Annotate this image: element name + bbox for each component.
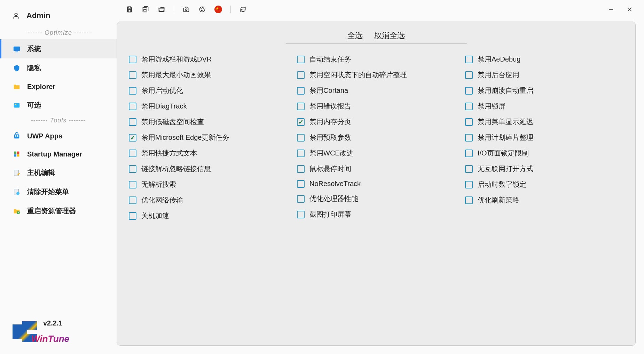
checkbox-option[interactable]: 无解析搜索 (127, 177, 289, 192)
svg-rect-2 (15, 51, 18, 52)
svg-point-21 (201, 9, 202, 9)
svg-rect-1 (14, 46, 20, 51)
checkbox-label: 禁用菜单显示延迟 (478, 117, 533, 127)
nav-label: Explorer (27, 83, 55, 91)
checkbox-label: 禁用内存分页 (309, 117, 351, 127)
checkbox-icon (129, 134, 136, 142)
checkbox-option[interactable]: 禁用崩溃自动重启 (464, 83, 625, 98)
checkbox-label: 禁用后台应用 (478, 70, 519, 80)
checkbox-option[interactable]: NoResolveTrack (296, 177, 457, 191)
svg-rect-19 (184, 8, 189, 12)
save-button[interactable] (123, 3, 136, 16)
checkbox-option[interactable]: 禁用启动优化 (127, 83, 289, 98)
checkbox-icon (297, 56, 305, 63)
nav-optional[interactable]: 可选 (0, 96, 117, 115)
checkbox-icon (465, 71, 473, 79)
nav-uwp[interactable]: UWP Apps (0, 127, 117, 145)
checkbox-icon (465, 181, 473, 188)
checkbox-option[interactable]: 链接解析忽略链接信息 (127, 161, 289, 177)
svg-rect-6 (15, 135, 16, 137)
checkbox-icon (129, 56, 136, 63)
checkbox-icon (465, 103, 473, 110)
checkbox-option[interactable]: 优化网络传输 (127, 192, 289, 208)
checkbox-option[interactable]: 鼠标悬停时间 (296, 161, 457, 177)
checkbox-label: 无解析搜索 (141, 180, 176, 189)
nav-privacy[interactable]: 隐私 (0, 58, 117, 78)
checkbox-option[interactable]: 禁用后台应用 (464, 67, 625, 83)
checkbox-option[interactable]: 禁用WCE改进 (296, 145, 457, 161)
checkbox-icon (297, 195, 305, 203)
checkbox-option[interactable]: 禁用空闲状态下的自动碎片整理 (296, 67, 457, 83)
nav-startup[interactable]: Startup Manager (0, 145, 117, 163)
nav-hosts[interactable]: 主机编辑 (0, 163, 117, 182)
checkbox-option[interactable]: 禁用错误报告 (296, 98, 457, 114)
nav-label: 重启资源管理器 (27, 206, 76, 216)
checkbox-icon (129, 103, 136, 110)
checkbox-option[interactable]: 禁用DiagTrack (127, 98, 289, 114)
close-button[interactable] (622, 3, 638, 16)
checkbox-icon (297, 71, 305, 79)
checkbox-icon (129, 71, 136, 79)
monitor-icon (13, 45, 21, 53)
checkbox-column: 禁用游戏栏和游戏DVR禁用最大最小动画效果禁用启动优化禁用DiagTrack禁用… (127, 51, 289, 224)
toolbar (117, 0, 644, 19)
checkbox-label: 禁用DiagTrack (141, 102, 187, 111)
nav-system[interactable]: 系统 (0, 39, 117, 58)
checkbox-option[interactable]: 禁用计划碎片整理 (464, 130, 625, 145)
sidebar: Admin ------- Optimize ------- 系统 隐私 Exp… (0, 0, 117, 354)
svg-rect-3 (14, 103, 20, 107)
checkbox-option[interactable]: 禁用AeDebug (464, 51, 625, 67)
checkbox-column: 禁用AeDebug禁用后台应用禁用崩溃自动重启禁用锁屏禁用菜单显示延迟禁用计划碎… (464, 51, 625, 224)
checkbox-option[interactable]: 禁用Cortana (296, 83, 457, 98)
checkbox-option[interactable]: 禁用锁屏 (464, 98, 625, 114)
checkbox-option[interactable]: 优化处理器性能 (296, 191, 457, 207)
checkbox-option[interactable]: 禁用快捷方式文本 (127, 145, 289, 161)
checkbox-icon (297, 134, 305, 142)
checkbox-option[interactable]: 禁用游戏栏和游戏DVR (127, 51, 289, 67)
checkbox-option[interactable]: 无互联网打开方式 (464, 161, 625, 177)
checkbox-label: NoResolveTrack (309, 180, 361, 188)
checkbox-option[interactable]: 禁用低磁盘空间检查 (127, 114, 289, 130)
select-all-link[interactable]: 全选 (347, 31, 363, 40)
svg-rect-4 (15, 104, 17, 105)
checkbox-icon (297, 87, 305, 95)
screenshot-button[interactable] (180, 3, 193, 16)
nav-restart-explorer[interactable]: 重启资源管理器 (0, 201, 117, 220)
checkbox-icon (129, 165, 136, 173)
checkbox-option[interactable]: 截图打印屏幕 (296, 207, 457, 222)
checkbox-option[interactable]: 禁用预取参数 (296, 130, 457, 145)
checkbox-option[interactable]: 优化刷新策略 (464, 192, 625, 208)
checkbox-option[interactable]: 禁用菜单显示延迟 (464, 114, 625, 130)
checkbox-label: 启动时数字锁定 (478, 180, 526, 189)
open-button[interactable] (155, 3, 168, 16)
deselect-all-link[interactable]: 取消全选 (374, 31, 405, 40)
nav-explorer[interactable]: Explorer (0, 78, 117, 96)
svg-rect-8 (14, 152, 16, 154)
nav-clearstart[interactable]: 清除开始菜单 (0, 182, 117, 201)
checkbox-option[interactable]: 禁用Microsoft Edge更新任务 (127, 130, 289, 145)
save-all-button[interactable] (139, 3, 152, 16)
checkbox-label: 禁用游戏栏和游戏DVR (141, 55, 212, 64)
checkbox-icon (465, 134, 473, 142)
checkbox-option[interactable]: 禁用最大最小动画效果 (127, 67, 289, 83)
checkbox-label: 禁用Cortana (309, 86, 348, 95)
checkbox-option[interactable]: 自动结束任务 (296, 51, 457, 67)
sidebar-user: Admin (0, 8, 117, 27)
checkbox-icon (129, 196, 136, 204)
checkbox-option[interactable]: I/O页面锁定限制 (464, 145, 625, 161)
checkbox-option[interactable]: 关机加速 (127, 208, 289, 224)
svg-point-0 (15, 13, 17, 16)
refresh-button[interactable] (236, 3, 250, 16)
language-button[interactable] (212, 3, 225, 16)
checkbox-grid: 禁用游戏栏和游戏DVR禁用最大最小动画效果禁用启动优化禁用DiagTrack禁用… (127, 51, 625, 224)
checkbox-label: 禁用低磁盘空间检查 (141, 117, 204, 127)
minimize-button[interactable] (603, 3, 619, 16)
checkbox-option[interactable]: 启动时数字锁定 (464, 177, 625, 192)
svg-rect-5 (14, 134, 19, 138)
checkbox-option[interactable]: 禁用内存分页 (296, 114, 457, 130)
checkbox-label: 优化处理器性能 (309, 194, 358, 203)
theme-button[interactable] (196, 3, 209, 16)
checkbox-label: 优化刷新策略 (478, 195, 519, 205)
store-icon (13, 132, 21, 140)
shield-icon (13, 64, 21, 72)
